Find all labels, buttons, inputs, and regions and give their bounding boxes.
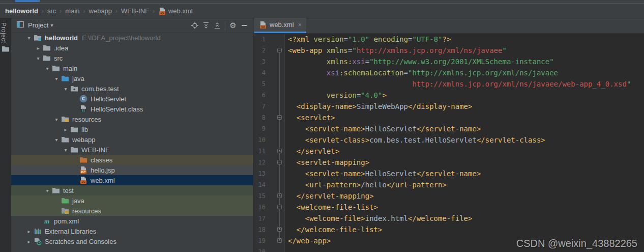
code-line-3[interactable]: 3 xmlns:xsi="http://www.w3.org/2001/XMLS…: [253, 56, 644, 67]
breadcrumb-item-main[interactable]: main: [65, 7, 79, 15]
tree-item-hello-jsp[interactable]: JSPhello.jsp: [11, 165, 253, 175]
tree-item-resources[interactable]: resources: [11, 206, 253, 216]
settings-button[interactable]: ⚙: [227, 20, 239, 31]
fold-collapse-icon[interactable]: −: [277, 115, 282, 120]
svg-text:JSP: JSP: [81, 171, 86, 173]
code-line-15[interactable]: 15∧ </servlet-mapping>: [253, 190, 644, 202]
project-root-path: E:\IDEA_project\helloworld: [82, 34, 161, 42]
file-jsp-icon: JSP: [79, 166, 87, 174]
expand-all-button[interactable]: [200, 20, 212, 31]
line-number: 5: [253, 80, 267, 88]
code-line-7[interactable]: 7 <display-name>SimpleWebApp</display-na…: [253, 101, 644, 112]
fold-end-icon[interactable]: ∧: [277, 227, 282, 232]
tree-item-pom-xml[interactable]: mpom.xml: [11, 216, 253, 226]
tree-item-web-xml[interactable]: <>web.xml: [11, 175, 253, 185]
code-text: </servlet>: [285, 146, 339, 157]
chevron-down-icon[interactable]: ▾: [43, 66, 52, 71]
tree-item-resources[interactable]: ▾resources: [11, 114, 253, 124]
tab-web-xml[interactable]: <> web.xml ×: [254, 18, 306, 33]
fold-collapse-icon[interactable]: −: [277, 205, 282, 209]
code-text: <servlet-name>HelloServlet</servlet-name…: [285, 168, 481, 179]
tree-item-webapp[interactable]: ▾webapp: [11, 134, 253, 145]
tree-item-com-bes-test[interactable]: ▾com.bes.test: [11, 83, 253, 94]
chevron-down-icon[interactable]: ▾: [34, 55, 43, 61]
code-text: </web-app>: [285, 235, 331, 246]
breadcrumb-item-web-inf[interactable]: WEB-INF: [121, 7, 149, 15]
fold-gutter: ∧: [267, 146, 285, 157]
chevron-right-icon[interactable]: ▸: [61, 127, 70, 132]
line-number: 6: [253, 92, 267, 99]
code-line-11[interactable]: 11∧ </servlet>: [253, 146, 644, 157]
breadcrumb-item-web-xml[interactable]: <>web.xml: [158, 7, 193, 15]
class-icon: C: [79, 95, 87, 103]
code-line-17[interactable]: 17 <welcome-file>index.html</welcome-fil…: [253, 213, 644, 224]
chevron-right-icon[interactable]: ▸: [34, 45, 43, 51]
code-line-2[interactable]: 2−<web-app xmlns="http://xmlns.jcp.org/x…: [253, 45, 644, 56]
breadcrumb-item-helloworld[interactable]: helloworld: [5, 7, 38, 15]
breadcrumb-item-webapp[interactable]: webapp: [89, 7, 112, 15]
code-editor[interactable]: 1<?xml version="1.0" encoding="UTF-8"?>2…: [253, 34, 644, 252]
breadcrumb-label: helloworld: [5, 7, 38, 15]
code-line-18[interactable]: 18∧ </welcome-file-list>: [253, 224, 644, 235]
fold-end-icon[interactable]: ∧: [277, 193, 282, 198]
code-line-9[interactable]: 9 <servlet-name>HelloServlet</servlet-na…: [253, 123, 644, 134]
code-line-12[interactable]: 12− <servlet-mapping>: [253, 157, 644, 168]
code-line-13[interactable]: 13 <servlet-name>HelloServlet</servlet-n…: [253, 168, 644, 179]
locate-file-button[interactable]: [189, 20, 200, 31]
code-line-16[interactable]: 16− <welcome-file-list>: [253, 202, 644, 213]
fold-end-icon[interactable]: ∧: [277, 149, 282, 153]
code-line-10[interactable]: 10 <servlet-class>com.bes.test.HelloServ…: [253, 134, 644, 146]
tree-item-classes[interactable]: classes: [11, 155, 253, 165]
tree-item-java[interactable]: ▾java: [11, 73, 253, 83]
tree-item--idea[interactable]: ▸.idea: [11, 43, 253, 53]
tool-stripe-project-button[interactable]: Project: [0, 22, 11, 43]
chevron-down-icon[interactable]: ▾: [50, 22, 53, 28]
chevron-down-icon[interactable]: ▾: [61, 147, 70, 153]
tree-item-helloworld[interactable]: ▾helloworldE:\IDEA_project\helloworld: [11, 33, 253, 43]
chevron-down-icon[interactable]: ▾: [61, 86, 70, 92]
tree-item-label: src: [54, 54, 63, 62]
code-line-8[interactable]: 8− <servlet>: [253, 112, 644, 123]
folder-icon: [70, 125, 78, 133]
svg-text:<>: <>: [160, 11, 164, 15]
fold-collapse-icon[interactable]: −: [277, 160, 282, 164]
tree-item-src[interactable]: ▾src: [11, 53, 253, 63]
code-line-6[interactable]: 6 version="4.0">: [253, 90, 644, 101]
fold-collapse-icon[interactable]: −: [277, 48, 282, 52]
chevron-down-icon[interactable]: ▾: [52, 76, 61, 81]
folder-source-icon: [61, 74, 69, 82]
chevron-down-icon[interactable]: ▾: [43, 188, 52, 193]
code-line-4[interactable]: 4 xsi:schemaLocation="http://xmlns.jcp.o…: [253, 67, 644, 78]
tree-item-scratches-and-consoles[interactable]: ▸Scratches and Consoles: [11, 236, 253, 246]
chevron-right-icon[interactable]: ▸: [24, 239, 34, 244]
tree-item-web-inf[interactable]: ▾WEB-INF: [11, 145, 253, 155]
project-panel-title[interactable]: Project: [28, 21, 48, 29]
fold-end-icon[interactable]: ∧: [277, 238, 282, 243]
chevron-right-icon[interactable]: ▸: [24, 229, 34, 234]
tree-item-lib[interactable]: ▸lib: [11, 124, 253, 134]
fold-gutter: [267, 123, 285, 134]
code-text: xsi:schemaLocation="http://xmlns.jcp.org…: [285, 67, 558, 78]
chevron-down-icon[interactable]: ▾: [52, 137, 61, 143]
hide-panel-button[interactable]: [239, 20, 250, 31]
code-line-14[interactable]: 14 <url-pattern>/hello</url-pattern>: [253, 179, 644, 190]
tree-item-java[interactable]: java: [11, 195, 253, 206]
divider: [225, 21, 225, 30]
chevron-down-icon[interactable]: ▾: [52, 117, 61, 122]
tree-item-helloservlet[interactable]: CHelloServlet: [11, 94, 253, 104]
folder-icon: [52, 64, 60, 72]
folder-excluded-icon: [79, 156, 87, 164]
tree-item-test[interactable]: ▾test: [11, 185, 253, 195]
breadcrumb-item-src[interactable]: src: [47, 7, 56, 15]
tree-item-external-libraries[interactable]: ▸External Libraries: [11, 226, 253, 236]
collapse-all-button[interactable]: [212, 20, 223, 31]
code-line-1[interactable]: 1<?xml version="1.0" encoding="UTF-8"?>: [253, 34, 644, 45]
code-line-5[interactable]: 5 http://xmlns.jcp.org/xml/ns/javaee/web…: [253, 78, 644, 90]
tree-item-helloservlet-class[interactable]: 01HelloServlet.class: [11, 104, 253, 114]
close-icon[interactable]: ×: [298, 21, 302, 29]
breadcrumb: helloworld›src›main›webapp›WEB-INF›<>web…: [0, 4, 644, 18]
tree-item-label: classes: [91, 156, 112, 164]
tree-item-main[interactable]: ▾main: [11, 63, 253, 73]
tree-item-label: External Libraries: [45, 228, 96, 235]
chevron-down-icon[interactable]: ▾: [24, 35, 34, 41]
